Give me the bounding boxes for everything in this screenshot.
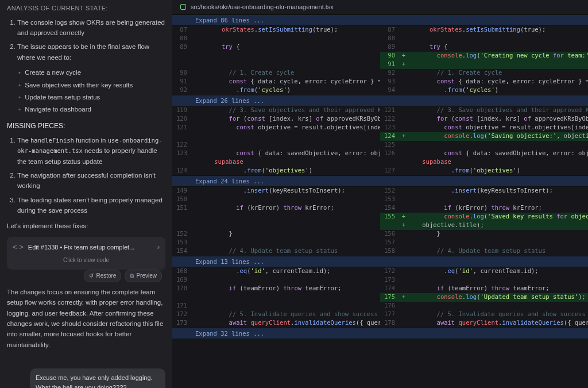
missing-item: The loading states aren't being properly… bbox=[17, 195, 165, 216]
diff-editor: src/hooks/okr/use-onboarding-okr-managem… bbox=[172, 0, 588, 388]
diff-row: 120 for (const [index, krs] of approvedK… bbox=[172, 115, 588, 124]
expand-hunk[interactable]: Expand 86 lines ... bbox=[172, 14, 588, 26]
diff-row: 151 if (krError) throw krError;154 if (k… bbox=[172, 204, 588, 213]
finding-item: The console logs show OKRs are being gen… bbox=[17, 17, 165, 39]
flow-steps-list: Create a new cycle Save objectives with … bbox=[13, 67, 165, 115]
undo-icon: ↺ bbox=[89, 271, 94, 281]
diff-row: 154 // 4. Update team setup status158 //… bbox=[172, 247, 588, 256]
missing-item: The navigation after successful completi… bbox=[17, 170, 165, 191]
diff-row: 150153 bbox=[172, 195, 588, 204]
diff-row: 124+ console.log('Saving objective:', ob… bbox=[172, 132, 588, 141]
summary-paragraph: The changes focus on ensuring the comple… bbox=[7, 287, 165, 350]
diff-row: 149 .insert(keyResultsToInsert);152 .ins… bbox=[172, 187, 588, 195]
code-icon: < > bbox=[13, 241, 24, 253]
diff-row: 175+ console.log('Updated team setup sta… bbox=[172, 293, 588, 302]
external-icon: ⧉ bbox=[130, 271, 134, 281]
diff-row: 90+ console.log('Creating new cycle for … bbox=[172, 52, 588, 60]
diff-row: 91+ bbox=[172, 60, 588, 69]
diff-row: 8888 bbox=[172, 34, 588, 43]
diff-row: 170 if (teamError) throw teamError;174 i… bbox=[172, 285, 588, 293]
diff-row: 169173 bbox=[172, 276, 588, 285]
diff-row: 90 // 1. Create cycle92 // 1. Create cyc… bbox=[172, 69, 588, 78]
diff-row: 89 try {89 try { bbox=[172, 43, 588, 52]
diff-row: + objective.title); bbox=[172, 221, 588, 230]
user-message: Excuse me, you have only added logging. … bbox=[30, 368, 165, 388]
diff-row: 91 const { data: cycle, error: cycleErro… bbox=[172, 78, 588, 86]
diff-row: 172 // 5. Invalidate queries and show su… bbox=[172, 310, 588, 319]
missing-item: The handleFinish function in use-onboard… bbox=[17, 135, 165, 167]
expand-hunk[interactable]: Expand 26 lines ... bbox=[172, 95, 588, 106]
flow-step: Save objectives with their key results bbox=[18, 80, 165, 90]
edit-card-title: Edit #1338 • Fix team setup complet... bbox=[28, 243, 153, 253]
diff-row: 119 // 3. Save objectives and their appr… bbox=[172, 106, 588, 115]
missing-list: The handleFinish function in use-onboard… bbox=[7, 135, 165, 216]
flow-step: Create a new cycle bbox=[18, 67, 165, 78]
diff-row: 173 await queryClient.invalidateQueries(… bbox=[172, 319, 588, 328]
analysis-heading: ANALYSIS OF CURRENT STATE: bbox=[7, 3, 165, 14]
flow-step: Update team setup status bbox=[18, 92, 165, 102]
finding-item: The issue appears to be in the final sav… bbox=[17, 41, 165, 63]
chevron-right-icon[interactable]: › bbox=[157, 241, 160, 253]
diff-row: 171176 bbox=[172, 302, 588, 310]
preview-button[interactable]: ⧉Preview bbox=[125, 270, 162, 282]
flow-step: Navigate to dashboard bbox=[18, 104, 165, 114]
edit-card[interactable]: < > Edit #1338 • Fix team setup complet.… bbox=[7, 237, 165, 270]
diff-row: 87 okrStates.setIsSubmitting(true);87 ok… bbox=[172, 26, 588, 34]
diff-row: 152 }156 } bbox=[172, 230, 588, 239]
diff-row: 124 .from('objectives')127 .from('object… bbox=[172, 167, 588, 175]
expand-hunk[interactable]: Expand 13 lines ... bbox=[172, 256, 588, 267]
diff-row: 123 const { data: savedObjective, error:… bbox=[172, 149, 588, 158]
missing-heading: MISSING PIECES: bbox=[7, 121, 165, 132]
diff-row: 153157 bbox=[172, 239, 588, 247]
file-tab[interactable]: src/hooks/okr/use-onboarding-okr-managem… bbox=[172, 0, 588, 14]
diff-row: 92 .from('cycles')94 .from('cycles') bbox=[172, 86, 588, 95]
implement-line: Let's implement these fixes: bbox=[7, 221, 165, 231]
diff-row: 122125 bbox=[172, 141, 588, 149]
restore-button[interactable]: ↺Restore bbox=[84, 270, 121, 282]
file-path: src/hooks/okr/use-onboarding-okr-managem… bbox=[191, 3, 334, 10]
diff-view[interactable]: Expand 86 lines ...87 okrStates.setIsSub… bbox=[172, 14, 588, 388]
chat-sidebar: ANALYSIS OF CURRENT STATE: The console l… bbox=[0, 0, 172, 388]
diff-row: 155+ console.log('Saved key results for … bbox=[172, 213, 588, 221]
expand-hunk[interactable]: Expand 32 lines ... bbox=[172, 328, 588, 339]
edit-card-subtitle: Click to view code bbox=[13, 256, 160, 265]
file-icon bbox=[180, 4, 186, 10]
analysis-list: The console logs show OKRs are being gen… bbox=[7, 17, 165, 63]
diff-row: 121 const objective = result.objectives[… bbox=[172, 124, 588, 132]
expand-hunk[interactable]: Expand 24 lines ... bbox=[172, 175, 588, 187]
diff-row: supabase supabase bbox=[172, 158, 588, 167]
diff-row: 168 .eq('id', currentTeam.id);172 .eq('i… bbox=[172, 267, 588, 276]
